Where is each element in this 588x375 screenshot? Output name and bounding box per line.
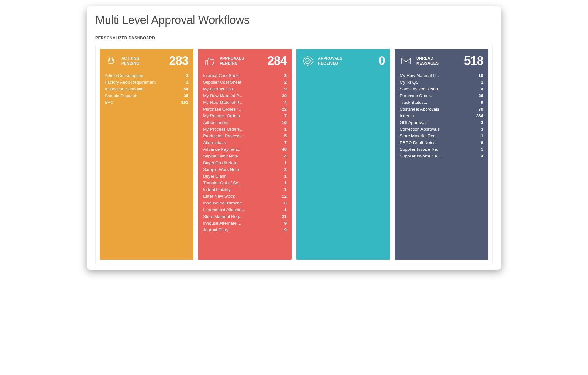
list-item[interactable]: Adhoc Indent16 <box>203 119 287 126</box>
list-item-label: Internal Cost Sheet <box>203 73 275 78</box>
list-item[interactable]: Buyer Credit Note1 <box>203 159 287 166</box>
list-item[interactable]: Buyer Claim1 <box>203 173 287 180</box>
seal-check-icon <box>301 55 314 67</box>
list-item[interactable]: Sample Work Note2 <box>203 166 287 173</box>
list-item-label: Supplier Cost Sheet <box>203 80 275 85</box>
list-item[interactable]: PRPO Debit Notes8 <box>400 139 483 146</box>
card-body: My Raw Material P...10My RFQS1Sales Invo… <box>395 71 488 165</box>
list-item[interactable]: Costsheet Approvals70 <box>400 106 483 112</box>
list-item-label: Sales Invoice Return <box>400 87 471 91</box>
card-approvals-pending[interactable]: APPROVALS PENDING284Internal Cost Sheet2… <box>198 49 292 260</box>
list-item-label: Correction Approvals <box>400 127 471 132</box>
list-item[interactable]: GDI Approvals3 <box>400 119 483 126</box>
list-item[interactable]: Suplier Debit Note4 <box>203 153 287 159</box>
list-item-label: Indents <box>400 113 471 118</box>
list-item[interactable]: Journal Entry9 <box>203 226 287 233</box>
list-item[interactable]: Supplier Invoice Re..5 <box>400 146 483 153</box>
card-header: ACTIONS PENDING283 <box>100 49 193 71</box>
list-item-label: Buyer Credit Note <box>203 160 275 165</box>
list-item[interactable]: Inspection Schedule54 <box>105 86 188 92</box>
list-item-label: My Raw Material P... <box>203 100 275 105</box>
section-heading: PERSONALIZED DASHBOARD <box>95 36 493 40</box>
list-item-value: 4 <box>277 100 287 105</box>
list-item[interactable]: Store Material Req...1 <box>400 133 483 139</box>
list-item[interactable]: Internal Cost Sheet2 <box>203 72 287 79</box>
list-item-value: 1 <box>179 80 188 85</box>
list-item[interactable]: My Raw Material P...20 <box>203 92 287 99</box>
list-item[interactable]: Production Process...5 <box>203 133 287 139</box>
list-item[interactable]: Correction Approvals3 <box>400 126 483 133</box>
list-item-value: 4 <box>474 154 483 158</box>
list-item-label: Transfer Out of Sy... <box>203 180 275 185</box>
list-item-label: My Raw Material P... <box>203 93 275 98</box>
card-title: APPROVALS PENDING <box>220 56 264 66</box>
list-item-value: 1 <box>277 180 287 185</box>
list-item-label: Purchase Orders F... <box>203 107 275 111</box>
list-item-value: 1 <box>277 207 287 212</box>
list-item-label: Supplier Invoice Re.. <box>400 147 471 152</box>
list-item[interactable]: Sales Invoice Return4 <box>400 86 483 92</box>
pointer-icon <box>105 55 117 67</box>
card-unread-messages[interactable]: UNREAD MESSAGES518My Raw Material P...10… <box>395 49 488 260</box>
list-item-value: 2 <box>179 73 188 78</box>
list-item[interactable]: Article Consumption2 <box>105 72 188 79</box>
list-item-label: My RFQS <box>400 80 471 85</box>
list-item-label: Store Material Req... <box>203 214 275 219</box>
list-item[interactable]: My RFQS1 <box>400 79 483 86</box>
card-approvals-received[interactable]: APPROVALS RECEIVED0 <box>296 49 390 260</box>
card-actions-pending[interactable]: ACTIONS PENDING283Article Consumption2Fa… <box>100 49 193 260</box>
list-item[interactable]: Store Material Req...21 <box>203 213 287 220</box>
card-count: 284 <box>268 54 287 68</box>
list-item-value: 1 <box>277 160 287 165</box>
list-item-value: 8 <box>474 140 483 145</box>
list-item[interactable]: Indent Liability1 <box>203 186 287 193</box>
list-item[interactable]: Track Status...9 <box>400 99 483 106</box>
card-body: Article Consumption2Factory Audit Requir… <box>100 71 193 111</box>
cards-board: ACTIONS PENDING283Article Consumption2Fa… <box>95 45 493 264</box>
list-item[interactable]: Landedcost Allocate...1 <box>203 206 287 213</box>
list-item-value: 21 <box>277 214 287 219</box>
list-item[interactable]: Inhouse Adjustment6 <box>203 200 287 206</box>
list-item[interactable]: My Garmet Pos9 <box>203 86 287 92</box>
list-item[interactable]: Alternations7 <box>203 139 287 146</box>
list-item-value: 3 <box>474 127 483 132</box>
list-item[interactable]: My Process Orders7 <box>203 112 287 119</box>
list-item-label: Suplier Debit Note <box>203 154 275 158</box>
list-item-value: 1 <box>277 127 287 132</box>
list-item-value: 3 <box>474 120 483 125</box>
list-item[interactable]: Advance Payment...48 <box>203 146 287 153</box>
list-item[interactable]: My Raw Material P...4 <box>203 99 287 106</box>
list-item-label: My Process Orders <box>203 113 275 118</box>
list-item-label: Track Status... <box>400 100 471 105</box>
list-item-label: Advance Payment... <box>203 147 275 152</box>
list-item-value: 7 <box>277 140 287 145</box>
card-header: APPROVALS PENDING284 <box>198 49 292 71</box>
card-title: UNREAD MESSAGES <box>416 56 460 66</box>
list-item-value: 191 <box>179 100 188 105</box>
list-item[interactable]: Supplier Cost Sheet2 <box>203 79 287 86</box>
page-title: Multi Level Approval Workflows <box>95 13 493 27</box>
list-item[interactable]: Purchase Orders F...22 <box>203 106 287 112</box>
list-item[interactable]: My Raw Material P...10 <box>400 72 483 79</box>
list-item[interactable]: My Process Orders...1 <box>203 126 287 133</box>
list-item-label: My Raw Material P... <box>400 73 471 78</box>
list-item[interactable]: Inhouse Alternate....9 <box>203 220 287 226</box>
list-item-label: SVC <box>105 100 176 105</box>
list-item[interactable]: Purchase Order...36 <box>400 92 483 99</box>
list-item[interactable]: Indents364 <box>400 112 483 119</box>
list-item[interactable]: Sample Dispatch35 <box>105 92 188 99</box>
list-item[interactable]: Supplier Invoice Ca...4 <box>400 153 483 159</box>
list-item[interactable]: SVC191 <box>105 99 188 106</box>
list-item-value: 9 <box>277 227 287 232</box>
list-item[interactable]: Transfer Out of Sy...1 <box>203 180 287 186</box>
list-item-value: 4 <box>474 87 483 91</box>
list-item[interactable]: Factory Audit Requirement1 <box>105 79 188 86</box>
card-body: Internal Cost Sheet2Supplier Cost Sheet2… <box>198 71 292 238</box>
list-item-value: 36 <box>474 93 483 98</box>
list-item-value: 9 <box>277 221 287 226</box>
list-item-value: 2 <box>277 73 287 78</box>
list-item-label: Production Process... <box>203 134 275 138</box>
list-item-label: Inspection Schedule <box>105 87 176 91</box>
card-count: 0 <box>379 54 385 68</box>
list-item[interactable]: Enter New Stock12 <box>203 193 287 200</box>
